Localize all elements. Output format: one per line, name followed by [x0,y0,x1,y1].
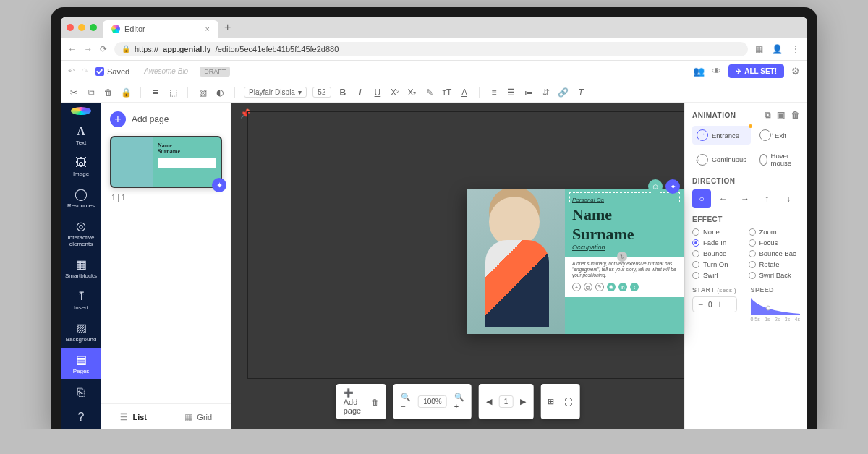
instagram-icon[interactable]: ◉ [607,283,616,291]
superscript-icon[interactable]: X² [389,87,401,98]
animation-chip-icon[interactable]: ✦ [665,179,680,194]
forward-icon[interactable]: → [84,44,93,54]
prev-page-icon[interactable]: ◀ [483,395,495,408]
dir-left[interactable]: ← [714,189,733,208]
settings-icon[interactable]: ⚙ [791,66,800,77]
zoom-value[interactable]: 100% [418,395,447,408]
nav-library[interactable]: ⎘ [61,382,101,405]
canvas[interactable]: 📌 ☺ ✦ Personal Ca Name Surname Occupatio… [231,103,684,429]
interact-chip-icon[interactable]: ☺ [648,179,663,194]
nav-interactive[interactable]: ◎Interactive elements [61,215,101,252]
nav-text[interactable]: AText [61,121,101,150]
page-thumbnail[interactable]: Name Surname ✦ [110,136,222,188]
link-icon[interactable]: 🔗 [558,87,569,98]
url-input[interactable]: 🔒 https://app.genial.ly/editor/5ec41efeb… [114,42,748,56]
dir-down[interactable]: ↓ [779,189,798,208]
list-number-icon[interactable]: ≔ [523,87,535,98]
underline-icon[interactable]: U [372,87,383,98]
delete-page-icon[interactable]: 🗑 [368,396,382,408]
subscript-icon[interactable]: X₂ [407,87,418,98]
project-title-input[interactable]: Awesome Bio [144,67,188,75]
back-icon[interactable]: ← [68,44,77,54]
page-number[interactable]: 1 [499,395,514,408]
start-stepper[interactable]: − 0 + [692,296,737,312]
fill-icon[interactable]: ▨ [197,87,208,98]
textcolor-icon[interactable]: A [459,87,470,98]
list-bullet-icon[interactable]: ☰ [506,87,517,98]
effect-bounce[interactable]: Bounce [692,249,744,257]
textsize-icon[interactable]: тT [441,87,453,98]
slide-card[interactable]: ☺ ✦ Personal Ca Name Surname Occupation … [467,189,684,334]
start-plus[interactable]: + [715,299,725,309]
opacity-icon[interactable]: ◐ [214,87,226,98]
grid-toggle-icon[interactable]: ⊞ [545,395,557,408]
redo-icon[interactable]: ↷ [82,67,88,76]
nav-resources[interactable]: ◯Resources [61,183,101,213]
dir-up[interactable]: ↑ [757,189,776,208]
transition-badge-icon[interactable]: ✦ [212,178,226,192]
window-controls[interactable] [67,24,97,31]
card-name2[interactable]: Surname [572,227,677,242]
effect-turnon[interactable]: Turn On [692,260,744,268]
italic-icon[interactable]: I [354,87,366,98]
copy-icon[interactable]: ⧉ [85,87,97,98]
kebab-icon[interactable]: ⋮ [791,44,800,54]
line-height-icon[interactable]: ⇵ [540,87,552,98]
dir-right[interactable]: → [736,189,754,208]
nav-background[interactable]: ▨Background [61,317,101,347]
apps-icon[interactable]: ▦ [755,44,763,54]
mode-entrance[interactable]: →Entrance [692,126,751,145]
allset-button[interactable]: ✈ALL SET! [728,64,784,78]
clear-format-icon[interactable]: T [575,87,587,98]
effect-zoom[interactable]: Zoom [749,228,801,236]
preview-icon[interactable]: 👁 [712,66,721,77]
nav-pages[interactable]: ▤Pages [61,348,101,379]
add-page-button[interactable]: + Add page [101,103,231,136]
undo-icon[interactable]: ↶ [68,67,75,76]
effect-swirl[interactable]: Swirl [692,271,744,279]
occ-chip-icon[interactable]: ↻ [617,252,627,262]
effect-focus[interactable]: Focus [749,239,801,247]
app-logo-icon[interactable] [71,107,91,115]
effect-rotate[interactable]: Rotate [749,260,801,268]
crop-icon[interactable]: ⬚ [167,87,179,98]
nav-help[interactable]: ? [61,406,101,429]
layers-icon[interactable]: ≣ [150,87,161,98]
new-tab-button[interactable]: + [224,21,231,34]
zoom-in-icon[interactable]: 🔍+ [451,391,467,412]
effect-swirlback[interactable]: Swirl Back [749,271,801,279]
zoom-out-icon[interactable]: 🔍− [398,391,414,412]
effect-none[interactable]: None [692,228,744,236]
nav-image[interactable]: 🖼Image [61,152,101,181]
delete-anim-icon[interactable]: 🗑 [791,110,801,120]
twitter-icon[interactable]: t [630,283,639,291]
social-icon-2[interactable]: ✎ [595,283,604,291]
dir-center[interactable]: ○ [692,189,711,208]
browser-tab[interactable]: Editor × [103,20,218,38]
add-social-icon[interactable]: + [572,283,581,291]
grid-view-button[interactable]: ▦Grid [166,404,231,429]
next-page-icon[interactable]: ▶ [517,395,529,408]
profile-icon[interactable]: 👤 [772,44,783,54]
font-size-input[interactable]: 52 [312,87,331,98]
mode-exit[interactable]: →Exit [755,126,800,145]
align-left-icon[interactable]: ≡ [488,87,500,98]
linkedin-icon[interactable]: in [618,283,627,291]
social-icon-1[interactable]: @ [584,283,592,291]
card-name1[interactable]: Name [572,207,677,223]
mode-hover[interactable]: Hover mouse [755,149,800,170]
font-family-select[interactable]: Playfair Displa▾ [244,87,307,98]
start-minus[interactable]: − [696,299,705,309]
reload-icon[interactable]: ⟳ [100,44,107,54]
copy-anim-icon[interactable]: ⧉ [765,110,772,120]
addpage-bottom-button[interactable]: ➕ Add page [341,387,364,416]
close-tab-icon[interactable]: × [205,25,210,33]
brush-icon[interactable]: ✎ [424,87,435,98]
mode-continuous[interactable]: ↔Continuous [692,149,751,170]
list-view-button[interactable]: ☰List [101,404,166,429]
nav-smartblocks[interactable]: ▦Smartblocks [61,253,101,283]
nav-insert[interactable]: ⤒Insert [61,285,101,315]
speed-curve[interactable] [751,296,801,315]
fullscreen-icon[interactable]: ⛶ [561,396,575,408]
share-icon[interactable]: 👥 [693,66,705,77]
